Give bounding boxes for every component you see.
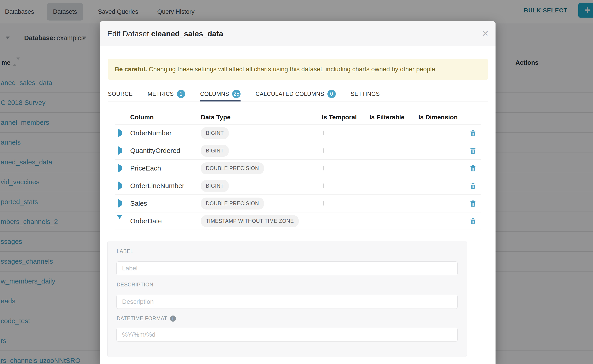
- column-row: SalesDOUBLE PRECISION: [115, 195, 481, 212]
- close-icon[interactable]: ✕: [482, 21, 489, 46]
- tab-columns[interactable]: COLUMNS25: [200, 87, 241, 101]
- column-row: OrderDateTIMESTAMP WITHOUT TIME ZONE: [115, 212, 481, 230]
- tab-calculated-columns[interactable]: CALCULATED COLUMNS0: [255, 87, 336, 101]
- description-input[interactable]: [116, 295, 458, 309]
- is-temporal-checkbox[interactable]: [323, 201, 323, 206]
- datetime-format-label-text: DATETIME FORMAT: [117, 316, 167, 322]
- data-type-pill: BIGINT: [201, 145, 229, 157]
- column-row: QuantityOrderedBIGINT: [115, 142, 481, 160]
- column-name: OrderLineNumber: [130, 182, 184, 189]
- tab-label: SETTINGS: [351, 91, 380, 97]
- expand-caret-icon[interactable]: [118, 146, 122, 155]
- tab-count-badge: 0: [327, 90, 336, 98]
- column-name: Sales: [130, 200, 147, 207]
- column-row: PriceEachDOUBLE PRECISION: [115, 160, 481, 177]
- label-field-label: LABEL: [117, 248, 133, 254]
- data-type-pill: TIMESTAMP WITHOUT TIME ZONE: [201, 215, 299, 227]
- is-temporal-checkbox[interactable]: [323, 148, 323, 153]
- tab-settings[interactable]: SETTINGS: [351, 87, 380, 101]
- warning-banner-text: Changing these settings will affect all …: [147, 66, 437, 73]
- expand-caret-icon[interactable]: [118, 199, 122, 208]
- expand-caret-icon[interactable]: [117, 215, 122, 223]
- tab-source[interactable]: SOURCE: [108, 87, 133, 101]
- data-type-pill: BIGINT: [201, 127, 229, 139]
- datetime-format-field-label: DATETIME FORMATi: [117, 316, 176, 322]
- column-row: OrderNumberBIGINT: [115, 124, 481, 142]
- is-filterable-header: Is Filterable: [369, 114, 418, 121]
- trash-icon[interactable]: [470, 165, 476, 171]
- column-name: OrderNumber: [130, 129, 171, 137]
- tab-count-badge: 25: [232, 90, 241, 98]
- expand-caret-icon[interactable]: [118, 181, 122, 190]
- datetime-format-input[interactable]: [116, 328, 458, 342]
- tab-label: CALCULATED COLUMNS: [255, 91, 324, 97]
- trash-icon[interactable]: [470, 201, 476, 207]
- trash-icon[interactable]: [470, 183, 476, 189]
- modal-title-prefix: Edit Dataset: [107, 29, 151, 38]
- tab-label: COLUMNS: [200, 91, 229, 97]
- tab-metrics[interactable]: METRICS1: [148, 87, 185, 101]
- data-type-pill: DOUBLE PRECISION: [201, 162, 264, 174]
- trash-icon[interactable]: [470, 218, 476, 224]
- description-field-label: DESCRIPTION: [117, 282, 153, 288]
- data-type-pill: DOUBLE PRECISION: [201, 198, 264, 209]
- columns-table-header: Column Data Type Is Temporal Is Filterab…: [115, 110, 481, 124]
- column-row: OrderLineNumberBIGINT: [115, 177, 481, 195]
- trash-icon[interactable]: [470, 130, 476, 136]
- column-detail-panel: LABEL DESCRIPTION DATETIME FORMATi: [107, 241, 467, 357]
- column-header: Column: [130, 114, 201, 121]
- screen: Databases Datasets Saved Queries Query H…: [0, 0, 593, 364]
- expand-caret-icon[interactable]: [118, 164, 122, 173]
- trash-icon[interactable]: [470, 148, 476, 154]
- tab-label: METRICS: [148, 91, 174, 97]
- columns-table-body: OrderNumberBIGINTQuantityOrderedBIGINTPr…: [115, 124, 481, 230]
- is-temporal-checkbox[interactable]: [323, 183, 323, 188]
- is-temporal-header: Is Temporal: [322, 114, 369, 121]
- is-dimension-header: Is Dimension: [418, 114, 470, 121]
- tab-count-badge: 1: [177, 90, 185, 98]
- column-name: QuantityOrdered: [130, 147, 180, 154]
- is-temporal-checkbox[interactable]: [323, 130, 323, 135]
- label-input[interactable]: [116, 261, 458, 275]
- data-type-pill: BIGINT: [201, 180, 229, 192]
- column-name: OrderDate: [130, 217, 162, 225]
- modal-header: Edit Dataset cleaned_sales_data ✕: [100, 21, 495, 46]
- expand-caret-icon[interactable]: [118, 129, 122, 137]
- warning-banner-bold: Be careful.: [115, 66, 147, 73]
- data-type-header: Data Type: [201, 114, 322, 121]
- warning-banner: Be careful. Changing these settings will…: [108, 59, 488, 80]
- info-icon[interactable]: i: [170, 316, 176, 322]
- tab-label: SOURCE: [108, 91, 133, 97]
- modal-title-dataset-name: cleaned_sales_data: [151, 29, 223, 38]
- is-temporal-checkbox[interactable]: [323, 166, 323, 170]
- edit-dataset-modal: Edit Dataset cleaned_sales_data ✕ Be car…: [100, 21, 495, 364]
- modal-tab-bar: SOURCEMETRICS1COLUMNS25CALCULATED COLUMN…: [108, 87, 488, 102]
- column-name: PriceEach: [130, 164, 161, 172]
- modal-title: Edit Dataset cleaned_sales_data: [107, 21, 223, 46]
